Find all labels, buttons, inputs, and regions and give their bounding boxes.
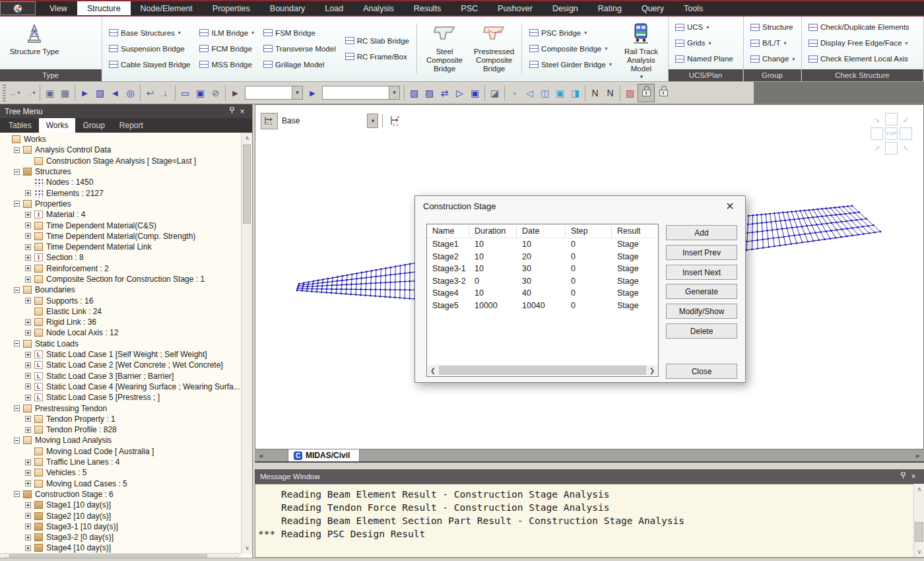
stage-list-box[interactable]: NameDurationDateStepResult Stage110100St… bbox=[426, 224, 659, 377]
tree-item[interactable]: Time Dependent Material Link bbox=[0, 242, 241, 252]
expand-icon[interactable] bbox=[25, 395, 31, 401]
tree-item[interactable]: Moving Load Cases : 5 bbox=[0, 478, 241, 489]
expand-icon[interactable] bbox=[25, 416, 31, 422]
inactivate-button[interactable]: ▨ bbox=[422, 85, 437, 101]
column-header-name[interactable]: Name bbox=[427, 226, 469, 237]
change-button[interactable]: Change▾ bbox=[748, 51, 797, 66]
check-duplicate-elements-button[interactable]: Check/Duplicate Elements bbox=[807, 20, 911, 34]
message-scroll-thumb[interactable] bbox=[915, 522, 923, 542]
expand-icon[interactable] bbox=[25, 535, 31, 541]
tree-item[interactable]: Works bbox=[0, 134, 241, 145]
rail-track-analysis-model-button[interactable]: Rail Track Analysis Model▼ bbox=[617, 18, 665, 80]
model-entity-tree-button[interactable]: ▦ bbox=[57, 85, 73, 101]
fcm-bridge-button[interactable]: FCM Bridge bbox=[197, 42, 256, 56]
expand-icon[interactable] bbox=[25, 373, 31, 379]
menu-tab-design[interactable]: Design bbox=[543, 1, 588, 15]
tree-tab-works[interactable]: Works bbox=[39, 118, 76, 133]
node-number-button[interactable]: N bbox=[587, 85, 603, 101]
scroll-up-icon[interactable]: ∧ bbox=[914, 484, 924, 494]
select-polygon-button[interactable]: ◄ bbox=[108, 85, 123, 101]
stage-row[interactable]: Stage210200Stage bbox=[427, 251, 658, 263]
message-vertical-scrollbar[interactable]: ∧ ∨ bbox=[913, 484, 924, 557]
blt-button[interactable]: B/L/T▾ bbox=[748, 36, 797, 50]
menu-tab-structure[interactable]: Structure bbox=[77, 1, 131, 15]
view-right-edge[interactable] bbox=[900, 127, 912, 140]
menu-tab-query[interactable]: Query bbox=[632, 1, 674, 15]
expand-icon[interactable] bbox=[25, 427, 31, 433]
tree-item[interactable]: Stage4 [10 day(s)] bbox=[0, 543, 241, 553]
scroll-up-icon[interactable]: ∧ bbox=[242, 133, 253, 143]
menu-tab-load[interactable]: Load bbox=[315, 1, 353, 15]
hidden-surface-button[interactable]: ▨ bbox=[622, 85, 638, 101]
menu-tab-analysis[interactable]: Analysis bbox=[353, 1, 404, 15]
grillage-model-button[interactable]: Grillage Model bbox=[261, 57, 338, 72]
rc-slab-bridge-button[interactable]: RC Slab Bridge bbox=[343, 34, 411, 48]
tree-item[interactable]: LStatic Load Case 1 [Self Weight ; Self … bbox=[0, 349, 241, 360]
tree-item[interactable]: Vehicles : 5 bbox=[0, 467, 241, 478]
tree-tab-tables[interactable]: Tables bbox=[1, 118, 39, 133]
select-intersect-button[interactable]: ⊘ bbox=[208, 85, 223, 101]
fsm-bridge-button[interactable]: FSM Bridge bbox=[261, 26, 338, 40]
tree-item[interactable]: Moving Load Analysis bbox=[0, 435, 241, 446]
expand-icon[interactable] bbox=[25, 330, 31, 336]
previous-window-button[interactable]: ◨ bbox=[568, 85, 583, 101]
dynamic-view-button[interactable]: ◪ bbox=[487, 85, 502, 101]
expand-icon[interactable] bbox=[25, 298, 31, 304]
tree-item[interactable]: Static Loads bbox=[0, 339, 241, 349]
column-header-step[interactable]: Step bbox=[566, 226, 612, 237]
property-filter-combobox[interactable]: ▼ bbox=[322, 86, 400, 100]
tree-item[interactable]: Stage3-2 [0 day(s)] bbox=[0, 532, 241, 543]
expand-icon[interactable] bbox=[25, 233, 31, 239]
collapse-icon[interactable] bbox=[14, 287, 20, 293]
tree-item[interactable]: ISection : 8 bbox=[0, 252, 241, 263]
column-header-duration[interactable]: Duration bbox=[469, 226, 517, 237]
collapse-icon[interactable] bbox=[14, 341, 20, 346]
transverse-model-button[interactable]: Transverse Model bbox=[261, 42, 338, 56]
close-icon[interactable]: × bbox=[908, 472, 919, 481]
expand-icon[interactable] bbox=[25, 255, 31, 261]
collapse-icon[interactable] bbox=[14, 147, 20, 153]
steel-composite-bridge-button[interactable]: Steel Composite Bridge bbox=[420, 18, 469, 80]
tree-item[interactable]: Analysis Control Data bbox=[0, 145, 241, 155]
view-corner-icon[interactable]: ↙ bbox=[900, 113, 912, 125]
tree-item[interactable]: Tendon Property : 1 bbox=[0, 414, 241, 424]
chevron-down-icon[interactable]: ▼ bbox=[292, 86, 302, 99]
select-previous-button[interactable]: ↩ bbox=[143, 85, 158, 101]
modify-show-button[interactable]: Modify/Show bbox=[666, 304, 737, 319]
ucs-dropdown-button[interactable]: ▼ bbox=[367, 114, 378, 128]
expand-icon[interactable] bbox=[25, 244, 31, 250]
tree-item[interactable]: Stage3-1 [10 day(s)] bbox=[0, 521, 241, 532]
tree-tab-group[interactable]: Group bbox=[75, 118, 112, 133]
grids-button[interactable]: Grids▾ bbox=[673, 36, 735, 50]
named-plane-button[interactable]: 1 1 bbox=[387, 113, 404, 129]
undo-button[interactable]: ←▼ bbox=[7, 85, 22, 101]
view-orientation-control[interactable]: ↘↙TOP↗↖ bbox=[871, 113, 913, 155]
scroll-down-icon[interactable]: ∨ bbox=[914, 546, 924, 557]
expand-icon[interactable] bbox=[25, 362, 31, 368]
menu-tab-view[interactable]: View bbox=[40, 1, 77, 15]
expand-icon[interactable] bbox=[25, 265, 31, 271]
expand-icon[interactable] bbox=[25, 222, 31, 228]
select-identity-button[interactable]: ↓ bbox=[158, 85, 173, 101]
tree-item[interactable]: Prestressing Tendon bbox=[0, 403, 241, 413]
collapse-icon[interactable] bbox=[14, 491, 20, 497]
tree-item[interactable]: Composite Section for Construction Stage… bbox=[0, 274, 241, 284]
tree-item[interactable]: Construction Stage : 6 bbox=[0, 489, 241, 500]
tree-item[interactable]: Time Dependent Material(Comp. Strength) bbox=[0, 231, 241, 242]
tree-tab-report[interactable]: Report bbox=[112, 118, 150, 133]
mss-bridge-button[interactable]: MSS Bridge bbox=[197, 57, 256, 72]
tree-item[interactable]: LStatic Load Case 2 [Wet Concrete ; Wet … bbox=[0, 360, 241, 370]
tree-item[interactable]: LStatic Load Case 4 [Wearing Surface ; W… bbox=[0, 381, 241, 392]
zoom-out-button[interactable]: ◁ bbox=[522, 85, 537, 101]
expand-icon[interactable] bbox=[25, 523, 31, 529]
tree-item[interactable]: Nodes : 1450 bbox=[0, 177, 241, 187]
expand-icon[interactable] bbox=[25, 212, 31, 218]
tree-item[interactable]: Moving Load Code [ Australia ] bbox=[0, 446, 241, 457]
tree-item[interactable]: Stage1 [10 day(s)] bbox=[0, 500, 241, 510]
expand-icon[interactable] bbox=[25, 319, 31, 325]
base-structures-button[interactable]: Base Structures▾ bbox=[107, 26, 192, 40]
activate-button[interactable]: ▧ bbox=[407, 85, 422, 101]
tree-vertical-scrollbar[interactable]: ∧ ∨ bbox=[241, 133, 252, 553]
menu-tab-tools[interactable]: Tools bbox=[674, 1, 713, 15]
delete-button[interactable]: Delete bbox=[666, 323, 737, 339]
